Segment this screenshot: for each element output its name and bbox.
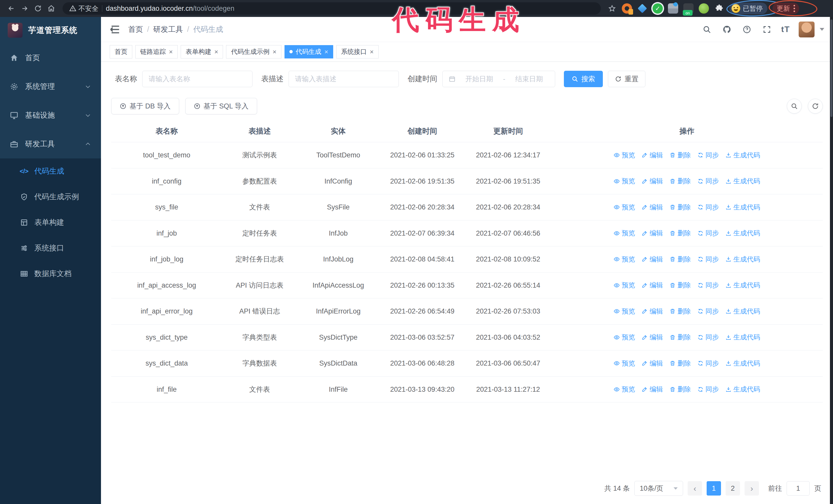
close-icon[interactable]: × bbox=[272, 48, 276, 55]
extension-icon-gem[interactable] bbox=[637, 3, 647, 14]
sidebar-item-system[interactable]: 系统管理 bbox=[0, 72, 101, 101]
generate-code-link[interactable]: 生成代码 bbox=[725, 358, 760, 368]
search-icon[interactable] bbox=[701, 24, 713, 35]
date-end-placeholder[interactable]: 结束日期 bbox=[509, 74, 549, 83]
sync-link[interactable]: 同步 bbox=[697, 384, 719, 394]
preview-link[interactable]: 预览 bbox=[614, 384, 635, 394]
preview-link[interactable]: 预览 bbox=[614, 306, 635, 316]
close-icon[interactable]: × bbox=[214, 48, 218, 55]
generate-code-link[interactable]: 生成代码 bbox=[725, 176, 760, 186]
preview-link[interactable]: 预览 bbox=[614, 332, 635, 342]
sync-link[interactable]: 同步 bbox=[697, 280, 719, 290]
preview-link[interactable]: 预览 bbox=[614, 280, 635, 290]
extension-icon-frog[interactable] bbox=[699, 3, 709, 14]
security-warning-icon[interactable]: 不安全 bbox=[69, 4, 98, 13]
toggle-search-button[interactable] bbox=[787, 99, 802, 114]
edit-link[interactable]: 编辑 bbox=[642, 384, 663, 394]
reset-button[interactable]: 重置 bbox=[608, 71, 645, 87]
back-icon[interactable] bbox=[6, 3, 17, 14]
fullscreen-icon[interactable] bbox=[761, 24, 772, 35]
reload-icon[interactable] bbox=[32, 3, 44, 14]
import-db-button[interactable]: 基于 DB 导入 bbox=[111, 98, 179, 114]
sync-link[interactable]: 同步 bbox=[697, 176, 719, 186]
page-size-select[interactable]: 10条/页 bbox=[634, 481, 683, 496]
close-icon[interactable]: × bbox=[325, 48, 328, 55]
sidebar-item-db-doc[interactable]: 数据库文档 bbox=[0, 261, 101, 287]
tab-codegen-example[interactable]: 代码生成示例× bbox=[226, 45, 281, 58]
close-icon[interactable]: × bbox=[169, 48, 173, 55]
breadcrumb-devtools[interactable]: 研发工具 bbox=[153, 24, 183, 34]
hamburger-icon[interactable] bbox=[110, 24, 121, 35]
font-size-icon[interactable]: tT bbox=[781, 25, 790, 34]
delete-link[interactable]: 删除 bbox=[669, 384, 691, 394]
sync-link[interactable]: 同步 bbox=[697, 202, 719, 212]
breadcrumb-home[interactable]: 首页 bbox=[128, 24, 143, 34]
github-icon[interactable] bbox=[721, 24, 733, 35]
generate-code-link[interactable]: 生成代码 bbox=[725, 384, 760, 394]
preview-link[interactable]: 预览 bbox=[614, 202, 635, 212]
home-icon[interactable] bbox=[46, 3, 57, 14]
sync-link[interactable]: 同步 bbox=[697, 254, 719, 264]
sidebar-item-form-builder[interactable]: 表单构建 bbox=[0, 210, 101, 235]
goto-page-input[interactable] bbox=[787, 481, 810, 496]
date-start-placeholder[interactable]: 开始日期 bbox=[459, 74, 499, 83]
app-logo[interactable]: 芋道管理系统 bbox=[0, 17, 101, 44]
import-sql-button[interactable]: 基于 SQL 导入 bbox=[185, 98, 257, 114]
avatar-caret-icon[interactable] bbox=[820, 28, 824, 31]
extension-icon-green-check[interactable]: ✓ bbox=[652, 3, 663, 14]
delete-link[interactable]: 删除 bbox=[669, 280, 691, 290]
tab-form-builder[interactable]: 表单构建× bbox=[181, 45, 223, 58]
bookmark-star-icon[interactable] bbox=[606, 3, 618, 14]
generate-code-link[interactable]: 生成代码 bbox=[725, 306, 760, 316]
forward-icon[interactable] bbox=[19, 3, 30, 14]
delete-link[interactable]: 删除 bbox=[669, 254, 691, 264]
scrollbar-thumb[interactable] bbox=[830, 20, 832, 117]
tab-tracing[interactable]: 链路追踪× bbox=[135, 45, 177, 58]
edit-link[interactable]: 编辑 bbox=[642, 358, 663, 368]
page-button-2[interactable]: 2 bbox=[725, 481, 740, 496]
user-avatar[interactable] bbox=[799, 22, 814, 38]
chrome-update-button[interactable]: 更新 bbox=[772, 3, 799, 14]
edit-link[interactable]: 编辑 bbox=[642, 176, 663, 186]
preview-link[interactable]: 预览 bbox=[614, 228, 635, 238]
sidebar-item-home[interactable]: 首页 bbox=[0, 44, 101, 72]
edit-link[interactable]: 编辑 bbox=[642, 202, 663, 212]
extension-icon-orange[interactable] bbox=[622, 3, 632, 14]
tab-codegen[interactable]: 代码生成× bbox=[285, 45, 333, 58]
delete-link[interactable]: 删除 bbox=[669, 306, 691, 316]
preview-link[interactable]: 预览 bbox=[614, 150, 635, 160]
search-button[interactable]: 搜索 bbox=[564, 71, 603, 87]
prev-page-button[interactable]: ‹ bbox=[688, 481, 702, 496]
edit-link[interactable]: 编辑 bbox=[642, 254, 663, 264]
delete-link[interactable]: 删除 bbox=[669, 176, 691, 186]
edit-link[interactable]: 编辑 bbox=[642, 332, 663, 342]
delete-link[interactable]: 删除 bbox=[669, 228, 691, 238]
generate-code-link[interactable]: 生成代码 bbox=[725, 228, 760, 238]
browser-menu-icon[interactable] bbox=[793, 5, 795, 12]
refresh-table-button[interactable] bbox=[808, 99, 823, 114]
delete-link[interactable]: 删除 bbox=[669, 358, 691, 368]
edit-link[interactable]: 编辑 bbox=[642, 280, 663, 290]
sidebar-item-devtools[interactable]: 研发工具 bbox=[0, 130, 101, 159]
help-icon[interactable] bbox=[741, 24, 753, 35]
edit-link[interactable]: 编辑 bbox=[642, 150, 663, 160]
sidebar-item-codegen[interactable]: </> 代码生成 bbox=[0, 159, 101, 184]
puzzle-extensions-icon[interactable] bbox=[714, 3, 724, 14]
tab-home[interactable]: 首页 bbox=[110, 45, 132, 58]
sidebar-item-system-api[interactable]: 系统接口 bbox=[0, 235, 101, 261]
preview-link[interactable]: 预览 bbox=[614, 176, 635, 186]
delete-link[interactable]: 删除 bbox=[669, 332, 691, 342]
next-page-button[interactable]: › bbox=[744, 481, 759, 496]
edit-link[interactable]: 编辑 bbox=[642, 228, 663, 238]
extension-icon-downloader[interactable]: on bbox=[683, 3, 694, 14]
delete-link[interactable]: 删除 bbox=[669, 150, 691, 160]
delete-link[interactable]: 删除 bbox=[669, 202, 691, 212]
generate-code-link[interactable]: 生成代码 bbox=[725, 332, 760, 342]
generate-code-link[interactable]: 生成代码 bbox=[725, 150, 760, 160]
sidebar-item-infra[interactable]: 基础设施 bbox=[0, 101, 101, 130]
preview-link[interactable]: 预览 bbox=[614, 254, 635, 264]
sidebar-item-codegen-example[interactable]: 代码生成示例 bbox=[0, 184, 101, 210]
date-range-picker[interactable]: 开始日期 - 结束日期 bbox=[443, 71, 555, 87]
sync-link[interactable]: 同步 bbox=[697, 150, 719, 160]
edit-link[interactable]: 编辑 bbox=[642, 306, 663, 316]
